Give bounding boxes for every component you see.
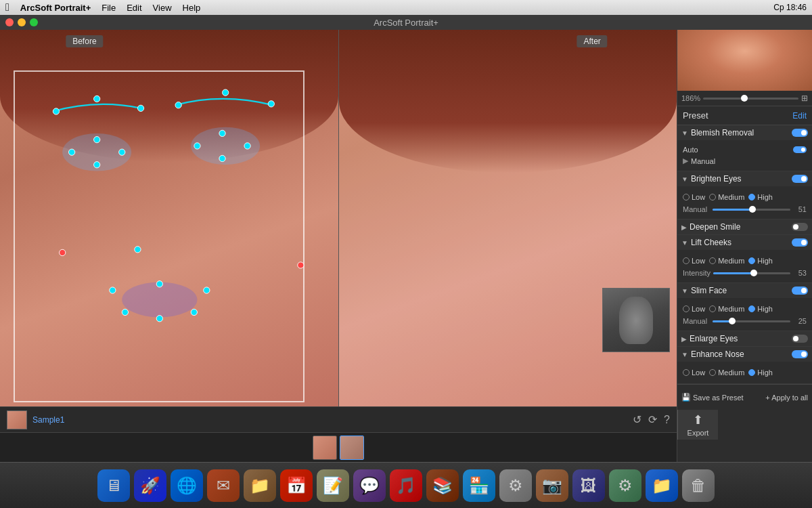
svg-point-24 xyxy=(156,316,162,322)
brighten-low[interactable]: Low xyxy=(683,193,705,201)
slim-lmh-row: Low Medium High xyxy=(683,302,807,316)
lift-slider[interactable] xyxy=(713,272,790,274)
sample-thumbnail[interactable] xyxy=(7,410,27,429)
section-name-deepen: Deepen Smile xyxy=(690,222,792,232)
zoom-slider[interactable] xyxy=(703,98,798,100)
svg-point-2 xyxy=(122,282,197,318)
dock-notes[interactable]: 📁 xyxy=(244,469,276,502)
close-button[interactable] xyxy=(5,18,14,26)
bottom-icons: ↺ ⟳ ? xyxy=(633,413,670,426)
filmstrip-item-1[interactable] xyxy=(313,436,337,460)
brighten-toggle[interactable] xyxy=(792,175,808,183)
manual-row[interactable]: ▶ Manual xyxy=(683,155,807,167)
dock-safari[interactable]: 🌐 xyxy=(171,469,203,502)
dock-settings[interactable]: ⚙ xyxy=(499,469,532,502)
blemish-toggle[interactable] xyxy=(792,129,808,137)
right-bottom-bar: 💾 Save as Preset + Apply to all xyxy=(677,384,812,410)
enhance-high[interactable]: High xyxy=(748,368,773,377)
apple-menu[interactable]:  xyxy=(5,1,9,14)
brighten-medium[interactable]: Medium xyxy=(709,193,744,201)
dock-contacts[interactable]: 📝 xyxy=(317,469,349,502)
preset-label: Preset xyxy=(683,110,708,121)
svg-point-20 xyxy=(110,287,116,293)
dock-trash[interactable]: 🗑 xyxy=(682,469,715,502)
filmstrip-item-2[interactable] xyxy=(340,436,364,460)
zoom-fit-icon[interactable]: ⊞ xyxy=(801,93,808,103)
lift-low-radio xyxy=(683,257,690,264)
plus-icon: + xyxy=(765,394,769,402)
slim-medium[interactable]: Medium xyxy=(709,305,744,313)
dock-calendar[interactable]: 📅 xyxy=(280,469,313,502)
dock-prefs[interactable]: ⚙ xyxy=(609,469,641,502)
refresh-icon[interactable]: ⟳ xyxy=(648,413,657,426)
lift-low[interactable]: Low xyxy=(683,257,705,265)
section-enlarge-header[interactable]: ▶ Enlarge Eyes xyxy=(677,331,812,346)
help-icon[interactable]: ? xyxy=(664,414,670,426)
collapse-arrow-brighten: ▼ xyxy=(681,175,688,183)
brighten-high[interactable]: High xyxy=(748,193,773,201)
enhance-toggle[interactable] xyxy=(792,350,808,358)
menu-help[interactable]: Help xyxy=(183,3,201,13)
slim-low-radio xyxy=(683,305,690,312)
dock-messages[interactable]: 💬 xyxy=(353,469,386,502)
section-brighten-header[interactable]: ▼ Brighten Eyes xyxy=(677,171,812,186)
export-label: Export xyxy=(687,429,709,437)
export-icon: ⬆ xyxy=(693,412,703,427)
section-enhance-nose: ▼ Enhance Nose Low Medium xyxy=(677,347,812,384)
dock-books[interactable]: 📚 xyxy=(426,469,459,502)
dock-photos[interactable]: 📷 xyxy=(536,469,568,502)
enhance-low-label: Low xyxy=(692,368,705,377)
auto-toggle[interactable] xyxy=(793,146,807,153)
brighten-high-label: High xyxy=(757,193,773,201)
save-preset-label: Save as Preset xyxy=(693,394,744,402)
lift-toggle[interactable] xyxy=(792,238,808,247)
enhance-medium[interactable]: Medium xyxy=(709,368,744,377)
enhance-medium-label: Medium xyxy=(718,368,744,377)
dock-appstore[interactable]: 🏪 xyxy=(463,469,495,502)
section-deepen-header[interactable]: ▶ Deepen Smile xyxy=(677,219,812,234)
section-lift-header[interactable]: ▼ Lift Cheeks xyxy=(677,235,812,250)
svg-point-18 xyxy=(135,247,141,253)
dock-finder[interactable]: 🖥 xyxy=(97,469,130,502)
minimize-button[interactable] xyxy=(18,18,26,26)
section-lift-cheeks: ▼ Lift Cheeks Low Medium xyxy=(677,235,812,283)
slim-toggle[interactable] xyxy=(792,287,808,295)
slim-high[interactable]: High xyxy=(748,305,773,313)
fullscreen-button[interactable] xyxy=(30,18,38,26)
edit-link[interactable]: Edit xyxy=(792,111,807,121)
brighten-slider[interactable] xyxy=(713,209,790,211)
section-blemish-header[interactable]: ▼ Blemish Removal xyxy=(677,125,812,140)
lift-high[interactable]: High xyxy=(748,257,773,265)
svg-point-25 xyxy=(191,309,197,315)
menu-file[interactable]: File xyxy=(102,3,116,13)
save-preset-button[interactable]: 💾 Save as Preset xyxy=(681,393,744,402)
after-tab[interactable]: After xyxy=(577,35,607,47)
zoom-bar: 186% ⊞ xyxy=(677,91,812,106)
section-enhance-header[interactable]: ▼ Enhance Nose xyxy=(677,347,812,362)
enlarge-toggle[interactable] xyxy=(792,335,808,343)
rotate-icon[interactable]: ↺ xyxy=(633,413,641,426)
lift-medium[interactable]: Medium xyxy=(709,257,744,265)
slim-slider[interactable] xyxy=(713,320,790,322)
slim-low[interactable]: Low xyxy=(683,305,705,313)
lift-low-label: Low xyxy=(692,257,705,265)
dock-arcsoft[interactable]: 🖼 xyxy=(572,469,605,502)
dock-folder[interactable]: 📁 xyxy=(646,469,678,502)
export-button[interactable]: ⬆ Export xyxy=(677,410,718,440)
deepen-toggle[interactable] xyxy=(792,223,808,231)
menu-edit[interactable]: Edit xyxy=(127,3,141,13)
section-blemish-removal: ▼ Blemish Removal Auto ▶ Manual xyxy=(677,125,812,171)
filename-label[interactable]: Sample1 xyxy=(32,415,64,425)
before-panel: Before xyxy=(0,30,339,406)
brighten-lmh-row: Low Medium High xyxy=(683,190,807,204)
dock-music[interactable]: 🎵 xyxy=(390,469,422,502)
lift-slider-value: 53 xyxy=(793,269,807,277)
section-slim-header[interactable]: ▼ Slim Face xyxy=(677,283,812,298)
dock-mail[interactable]: ✉ xyxy=(207,469,240,502)
before-tab[interactable]: Before xyxy=(66,35,103,47)
enhance-low[interactable]: Low xyxy=(683,368,705,377)
slim-high-label: High xyxy=(757,305,773,313)
dock-launchpad[interactable]: 🚀 xyxy=(134,469,166,502)
apply-all-button[interactable]: + Apply to all xyxy=(765,394,808,402)
menu-view[interactable]: View xyxy=(153,3,172,13)
